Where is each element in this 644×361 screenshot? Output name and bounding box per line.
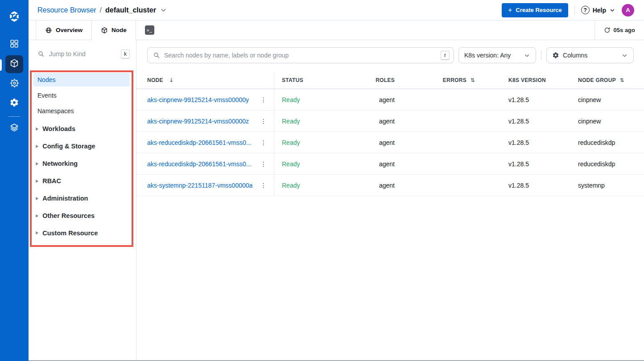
helm-wheel-icon bbox=[9, 78, 20, 90]
node-link[interactable]: aks-cinpnew-99125214-vmss00000y bbox=[147, 96, 249, 103]
tab-overview[interactable]: Overview bbox=[36, 21, 92, 40]
kind-item-events[interactable]: Events bbox=[33, 89, 130, 102]
devtron-logo-icon[interactable] bbox=[7, 9, 22, 24]
kind-panel: k Nodes Events Namespaces ▶ Workloads bbox=[29, 40, 136, 360]
grid-icon bbox=[9, 39, 19, 50]
node-status: Ready bbox=[274, 96, 334, 103]
toolbar-divider bbox=[541, 51, 541, 60]
kebab-menu-icon[interactable]: ⋮ bbox=[259, 117, 268, 126]
node-link[interactable]: aks-cinpnew-99125214-vmss00000z bbox=[147, 118, 249, 125]
top-header: Resource Browser / default_cluster + Cre… bbox=[29, 0, 644, 21]
k8s-version-filter-value: K8s version: Any bbox=[464, 52, 520, 59]
sidebar-item-stack-manager[interactable] bbox=[5, 119, 23, 137]
node-link[interactable]: aks-reducediskdp-20661561-vmss0... bbox=[147, 139, 251, 146]
refresh-status[interactable]: 05s ago bbox=[594, 21, 644, 40]
breadcrumb-separator: / bbox=[100, 6, 102, 14]
kind-group-other-resources[interactable]: ▶ Other Resources bbox=[33, 207, 130, 224]
cluster-chevron-down-icon[interactable] bbox=[160, 6, 167, 14]
node-k8s-version: v1.28.5 bbox=[481, 182, 578, 189]
kind-item-label: Nodes bbox=[37, 76, 55, 83]
kind-group-custom-resource[interactable]: ▶ Custom Resource bbox=[33, 224, 130, 242]
node-search-field[interactable]: r bbox=[147, 47, 454, 63]
kind-group-rbac[interactable]: ▶ RBAC bbox=[33, 172, 130, 189]
sidebar-item-settings[interactable] bbox=[5, 94, 23, 112]
node-toolbar: r K8s version: Any Columns bbox=[136, 40, 644, 63]
column-header-node-group[interactable]: NODE GROUP ⇅ bbox=[578, 77, 644, 83]
kind-item-label: Namespaces bbox=[37, 107, 74, 115]
resource-browser-app: Resource Browser / default_cluster + Cre… bbox=[0, 0, 644, 361]
column-header-label: NODE bbox=[147, 77, 163, 83]
search-icon bbox=[153, 52, 160, 59]
node-k8s-version: v1.28.5 bbox=[481, 96, 578, 103]
k8s-version-filter[interactable]: K8s version: Any bbox=[458, 47, 536, 63]
shortcut-k-badge: k bbox=[121, 49, 130, 59]
avatar[interactable]: A bbox=[622, 4, 634, 16]
expand-triangle-icon: ▶ bbox=[36, 126, 38, 131]
sidebar-item-applications[interactable] bbox=[5, 36, 23, 53]
kind-group-label: Administration bbox=[42, 195, 88, 202]
kind-group-config-storage[interactable]: ▶ Config & Storage bbox=[33, 137, 130, 155]
node-roles: agent bbox=[334, 96, 396, 103]
column-header-k8s-version: K8S VERSION bbox=[481, 77, 578, 83]
rail-divider bbox=[8, 116, 20, 117]
node-link[interactable]: aks-systemnp-22151187-vmss00000a bbox=[147, 182, 252, 189]
kind-group-workloads[interactable]: ▶ Workloads bbox=[33, 120, 130, 137]
terminal-icon: >_ bbox=[145, 25, 154, 35]
kebab-menu-icon[interactable]: ⋮ bbox=[259, 95, 268, 104]
kebab-menu-icon[interactable]: ⋮ bbox=[259, 138, 268, 147]
node-link[interactable]: aks-reducediskdp-20661561-vmss0... bbox=[147, 160, 251, 168]
tab-cluster-terminal[interactable]: >_ bbox=[145, 21, 154, 40]
sidebar-item-chart-store[interactable] bbox=[5, 75, 23, 93]
column-header-errors[interactable]: ERRORS ⇅ bbox=[396, 77, 481, 83]
help-label: Help bbox=[593, 7, 606, 14]
node-search-input[interactable] bbox=[164, 52, 437, 59]
gear-icon bbox=[9, 98, 19, 109]
kebab-menu-icon[interactable]: ⋮ bbox=[259, 160, 268, 168]
kind-item-namespaces[interactable]: Namespaces bbox=[33, 104, 130, 118]
create-resource-button[interactable]: + Create Resource bbox=[502, 3, 568, 17]
columns-label: Columns bbox=[563, 52, 618, 59]
node-group: systemnp bbox=[578, 182, 644, 189]
node-k8s-version: v1.28.5 bbox=[481, 139, 578, 146]
column-header-label: ERRORS bbox=[443, 77, 466, 83]
node-list-content: r K8s version: Any Columns bbox=[136, 40, 644, 360]
column-header-label: STATUS bbox=[282, 77, 303, 83]
body-split: k Nodes Events Namespaces ▶ Workloads bbox=[29, 40, 644, 360]
breadcrumb: Resource Browser / default_cluster bbox=[37, 6, 167, 14]
kind-group-label: RBAC bbox=[42, 177, 61, 185]
column-header-node[interactable]: NODE ↓ bbox=[136, 71, 274, 89]
node-status: Ready bbox=[274, 182, 334, 189]
node-k8s-version: v1.28.5 bbox=[481, 160, 578, 168]
kind-group-networking[interactable]: ▶ Networking bbox=[33, 155, 130, 172]
table-row: aks-reducediskdp-20661561-vmss0... ⋮ Rea… bbox=[136, 153, 644, 175]
jump-to-kind-search[interactable]: k bbox=[37, 47, 130, 61]
gear-icon bbox=[552, 52, 559, 59]
column-header-label: ROLES bbox=[376, 77, 395, 83]
help-icon: ? bbox=[581, 6, 590, 14]
node-status: Ready bbox=[274, 118, 334, 125]
node-status: Ready bbox=[274, 160, 334, 168]
kind-item-nodes[interactable]: Nodes bbox=[33, 73, 130, 86]
kind-group-administration[interactable]: ▶ Administration bbox=[33, 189, 130, 207]
sidebar-item-resource-browser[interactable] bbox=[5, 55, 23, 73]
node-roles: agent bbox=[334, 118, 396, 125]
table-row: aks-cinpnew-99125214-vmss00000z ⋮ Ready … bbox=[136, 111, 644, 132]
table-row: aks-reducediskdp-20661561-vmss0... ⋮ Rea… bbox=[136, 132, 644, 153]
tab-node[interactable]: Node bbox=[92, 21, 136, 40]
breadcrumb-resource-browser-link[interactable]: Resource Browser bbox=[37, 6, 96, 14]
avatar-initial: A bbox=[626, 7, 630, 13]
expand-triangle-icon: ▶ bbox=[36, 178, 38, 183]
expand-triangle-icon: ▶ bbox=[36, 213, 38, 218]
sort-desc-icon: ↓ bbox=[169, 77, 173, 83]
cube-icon bbox=[9, 58, 19, 70]
node-group: reducediskdp bbox=[578, 139, 644, 146]
kebab-menu-icon[interactable]: ⋮ bbox=[259, 181, 268, 190]
table-row: aks-systemnp-22151187-vmss00000a ⋮ Ready… bbox=[136, 175, 644, 196]
sort-both-icon: ⇅ bbox=[619, 77, 624, 83]
help-menu[interactable]: ? Help bbox=[581, 6, 615, 14]
header-actions: + Create Resource ? Help A bbox=[502, 3, 634, 17]
chevron-down-icon bbox=[524, 52, 530, 59]
columns-dropdown[interactable]: Columns bbox=[546, 47, 634, 63]
kind-group-label: Config & Storage bbox=[42, 143, 95, 150]
jump-to-kind-input[interactable] bbox=[49, 50, 116, 57]
